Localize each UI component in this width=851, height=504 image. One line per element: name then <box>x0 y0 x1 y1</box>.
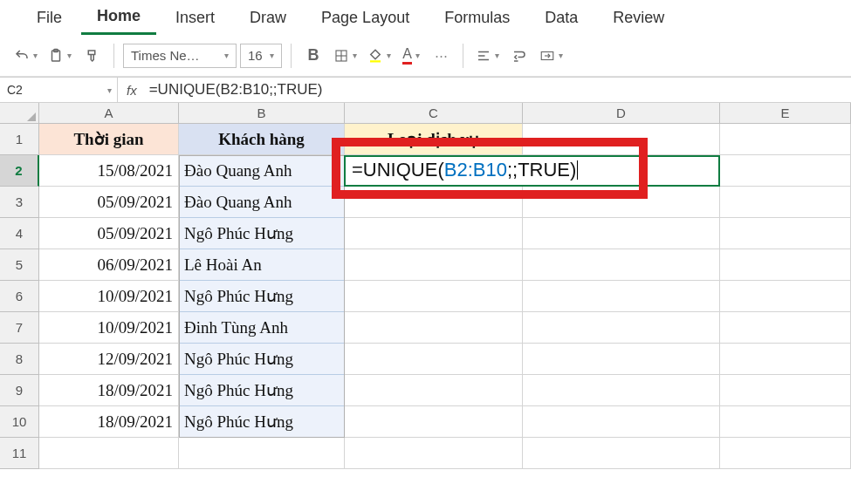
cell[interactable] <box>345 312 523 344</box>
cell[interactable] <box>345 375 523 406</box>
fx-icon[interactable]: fx <box>118 83 146 98</box>
cell[interactable]: Đào Quang Anh <box>179 187 345 218</box>
col-header-a[interactable]: A <box>39 103 179 124</box>
fill-color-button[interactable]: ▾ <box>364 42 395 70</box>
cell[interactable]: Đào Quang Anh <box>179 155 345 187</box>
row-header[interactable]: 9 <box>0 375 39 406</box>
cell[interactable] <box>523 218 720 249</box>
cell[interactable]: 15/08/2021 <box>39 155 179 187</box>
cell[interactable]: Ngô Phúc Hưng <box>179 375 345 406</box>
more-font-button[interactable]: ⋯ <box>428 42 454 70</box>
cell[interactable] <box>720 249 851 281</box>
cell[interactable]: Thời gian <box>39 124 179 155</box>
cell[interactable] <box>523 281 720 312</box>
cell[interactable] <box>345 344 523 375</box>
table-row: 7 10/09/2021 Đinh Tùng Anh <box>0 312 851 344</box>
row-header[interactable]: 1 <box>0 124 39 155</box>
cell[interactable]: 18/09/2021 <box>39 375 179 406</box>
row-header[interactable]: 3 <box>0 187 39 218</box>
cell[interactable] <box>345 406 523 438</box>
cell[interactable] <box>345 187 523 218</box>
cell[interactable] <box>523 406 720 438</box>
col-header-c[interactable]: C <box>345 103 523 124</box>
cell[interactable]: 05/09/2021 <box>39 187 179 218</box>
row-header[interactable]: 5 <box>0 249 39 281</box>
cell[interactable]: Loại dịch vụ <box>345 124 523 155</box>
row-header[interactable]: 11 <box>0 438 39 469</box>
cell[interactable]: Ngô Phúc Hưng <box>179 344 345 375</box>
cell[interactable]: Đinh Tùng Anh <box>179 312 345 344</box>
cell[interactable]: 18/09/2021 <box>39 406 179 438</box>
cell[interactable] <box>523 124 720 155</box>
svg-rect-5 <box>370 60 381 62</box>
cell[interactable]: Ngô Phúc Hưng <box>179 218 345 249</box>
wrap-text-button[interactable] <box>506 42 532 70</box>
tab-data[interactable]: Data <box>529 2 594 34</box>
undo-button[interactable]: ▾ <box>10 42 41 70</box>
cell[interactable] <box>523 312 720 344</box>
cell[interactable] <box>720 312 851 344</box>
tab-insert[interactable]: Insert <box>160 2 230 34</box>
cell[interactable] <box>179 438 345 469</box>
cell[interactable] <box>523 438 720 469</box>
formula-input[interactable]: =UNIQUE(B2:B10;;TRUE) <box>146 81 851 99</box>
font-size-select[interactable]: 16 ▾ <box>240 44 282 68</box>
formula-suffix: ;;TRUE) <box>507 159 576 181</box>
merge-button[interactable]: ▾ <box>536 42 566 70</box>
cell[interactable] <box>720 218 851 249</box>
tab-page-layout[interactable]: Page Layout <box>305 2 425 34</box>
cell[interactable]: 10/09/2021 <box>39 281 179 312</box>
font-color-button[interactable]: A ▾ <box>398 42 424 70</box>
cell[interactable]: Khách hàng <box>179 124 345 155</box>
cell[interactable] <box>720 187 851 218</box>
cell[interactable] <box>720 155 851 187</box>
row-header[interactable]: 4 <box>0 218 39 249</box>
cell[interactable] <box>345 438 523 469</box>
name-box[interactable]: C2 ▾ <box>0 78 118 102</box>
cell[interactable] <box>523 375 720 406</box>
cell[interactable]: 12/09/2021 <box>39 344 179 375</box>
row-header[interactable]: 10 <box>0 406 39 438</box>
cell[interactable]: Ngô Phúc Hưng <box>179 281 345 312</box>
formula-text: =UNIQUE(B2:B10;;TRUE) <box>149 81 323 99</box>
cell[interactable]: Lê Hoài An <box>179 249 345 281</box>
cell[interactable] <box>523 249 720 281</box>
cell[interactable] <box>345 249 523 281</box>
cell[interactable] <box>345 218 523 249</box>
tab-formulas[interactable]: Formulas <box>429 2 525 34</box>
tab-review[interactable]: Review <box>597 2 680 34</box>
cell[interactable]: 06/09/2021 <box>39 249 179 281</box>
select-all-corner[interactable] <box>0 103 39 124</box>
cell[interactable] <box>345 281 523 312</box>
cell[interactable] <box>39 438 179 469</box>
format-painter-button[interactable] <box>79 42 105 70</box>
cell[interactable] <box>720 124 851 155</box>
cell[interactable] <box>720 281 851 312</box>
paste-button[interactable]: ▾ <box>45 42 75 70</box>
row-header[interactable]: 2 <box>0 155 39 187</box>
cell[interactable] <box>720 406 851 438</box>
row-header[interactable]: 8 <box>0 344 39 375</box>
cell[interactable] <box>523 344 720 375</box>
cell[interactable]: 05/09/2021 <box>39 218 179 249</box>
borders-button[interactable]: ▾ <box>330 42 360 70</box>
cell[interactable] <box>720 375 851 406</box>
cell[interactable] <box>720 344 851 375</box>
col-header-e[interactable]: E <box>720 103 851 124</box>
col-header-b[interactable]: B <box>179 103 345 124</box>
table-row: 11 <box>0 438 851 469</box>
cell[interactable]: Ngô Phúc Hưng <box>179 406 345 438</box>
row-header[interactable]: 7 <box>0 312 39 344</box>
tab-home[interactable]: Home <box>81 0 156 35</box>
col-header-d[interactable]: D <box>523 103 720 124</box>
table-row: 6 10/09/2021 Ngô Phúc Hưng <box>0 281 851 312</box>
bold-button[interactable]: B <box>300 42 326 70</box>
cell[interactable] <box>523 187 720 218</box>
cell[interactable]: 10/09/2021 <box>39 312 179 344</box>
tab-draw[interactable]: Draw <box>234 2 302 34</box>
align-left-button[interactable]: ▾ <box>472 42 503 70</box>
font-family-select[interactable]: Times Ne… ▾ <box>123 44 237 68</box>
cell[interactable] <box>720 438 851 469</box>
tab-file[interactable]: File <box>21 2 78 34</box>
row-header[interactable]: 6 <box>0 281 39 312</box>
